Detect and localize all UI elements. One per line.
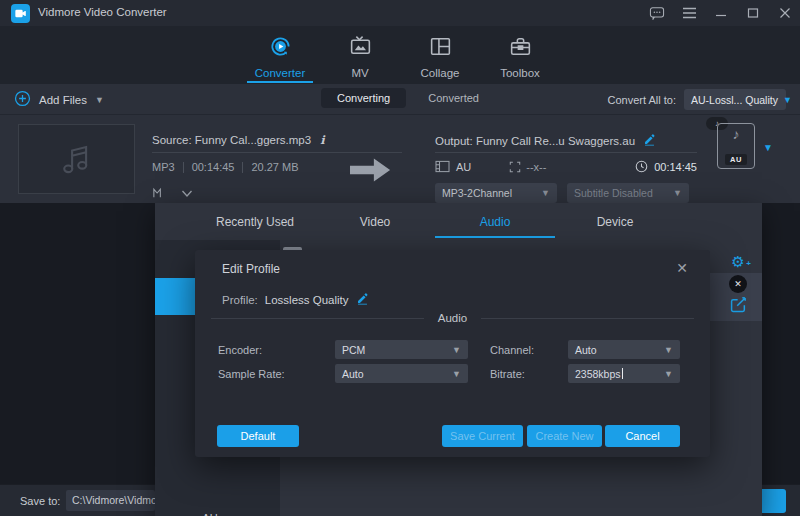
text-cursor bbox=[622, 368, 623, 379]
profile-select-caret-icon[interactable]: ▼ bbox=[763, 142, 773, 153]
source-format: MP3 bbox=[152, 161, 175, 173]
sample-rate-dropdown[interactable]: Auto ▼ bbox=[335, 364, 468, 383]
tab-audio[interactable]: Audio bbox=[435, 203, 555, 240]
encoder-label: Encoder: bbox=[218, 344, 262, 356]
tab-device[interactable]: Device bbox=[555, 203, 675, 240]
chevron-down-icon: ▼ bbox=[664, 369, 673, 379]
encoder-dropdown[interactable]: PCM ▼ bbox=[335, 340, 468, 359]
clock-icon bbox=[635, 160, 648, 173]
source-size: 20.27 MB bbox=[251, 161, 298, 173]
rename-profile-icon[interactable] bbox=[356, 292, 369, 307]
transfer-arrow-icon bbox=[350, 155, 392, 189]
app-logo-icon bbox=[11, 4, 30, 23]
main-nav: Converter MV Collage Toolbox bbox=[0, 26, 800, 84]
save-path-input[interactable]: C:\Vidmore\Vidmore bbox=[66, 490, 155, 511]
output-format-icon[interactable]: ♪ AU bbox=[717, 123, 755, 169]
chevron-down-icon: ▼ bbox=[664, 345, 673, 355]
converter-icon bbox=[268, 34, 293, 63]
channel-label: Channel: bbox=[490, 344, 534, 356]
profile-value: Lossless Quality bbox=[265, 294, 349, 306]
nav-tab-label: Converter bbox=[255, 67, 306, 79]
source-duration: 00:14:45 bbox=[192, 161, 235, 173]
music-note-icon: ♪ bbox=[733, 128, 740, 140]
audio-thumbnail bbox=[18, 124, 135, 194]
gear-plus-icon[interactable]: ⚙+ bbox=[727, 253, 749, 273]
maximize-button[interactable] bbox=[744, 4, 762, 22]
subtitle-value: Subtitle Disabled bbox=[574, 187, 653, 199]
close-badge-icon[interactable]: ✕ bbox=[729, 275, 747, 293]
audio-track-value: MP3-2Channel bbox=[442, 187, 512, 199]
create-new-button[interactable]: Create New bbox=[527, 425, 602, 447]
info-icon[interactable]: i bbox=[320, 133, 324, 147]
nav-tab-mv[interactable]: MV bbox=[320, 26, 400, 84]
collage-icon bbox=[428, 34, 453, 63]
tab-converting[interactable]: Converting bbox=[321, 88, 406, 108]
format-group-label: AU bbox=[155, 512, 265, 516]
save-to-label: Save to: bbox=[20, 495, 60, 507]
rename-output-icon[interactable] bbox=[643, 133, 656, 148]
format-badge: AU bbox=[725, 154, 747, 165]
output-duration: 00:14:45 bbox=[654, 161, 697, 173]
app-title: Vidmore Video Converter bbox=[38, 6, 167, 18]
nav-tab-toolbox[interactable]: Toolbox bbox=[480, 26, 560, 84]
convert-all-dropdown[interactable]: AU-Lossl... Quality ▼ bbox=[684, 89, 786, 110]
cancel-button[interactable]: Cancel bbox=[605, 425, 680, 447]
audio-track-dropdown[interactable]: MP3-2Channel ▼ bbox=[435, 183, 557, 203]
output-title: Output: Funny Call Re...u Swaggers.au bbox=[435, 135, 635, 147]
chevron-down-icon: ▼ bbox=[673, 188, 682, 198]
channel-dropdown[interactable]: Auto ▼ bbox=[568, 340, 680, 359]
expand-row-icon[interactable] bbox=[181, 185, 193, 203]
tab-recently-used[interactable]: Recently Used bbox=[195, 203, 315, 240]
minimize-button[interactable] bbox=[712, 4, 730, 22]
chevron-down-icon: ▼ bbox=[783, 95, 792, 105]
format-icon bbox=[435, 160, 450, 173]
bitrate-value: 2358kbps bbox=[575, 368, 621, 380]
profile-label: Profile: bbox=[222, 294, 258, 306]
mv-icon bbox=[348, 34, 373, 63]
nav-tab-label: MV bbox=[351, 67, 368, 79]
file-row: Source: Funny Cal...ggers.mp3 i MP300:14… bbox=[0, 115, 800, 203]
sample-rate-value: Auto bbox=[342, 368, 364, 380]
toolbox-icon bbox=[508, 34, 533, 63]
music-note-icon bbox=[56, 138, 98, 180]
bitrate-combobox[interactable]: 2358kbps ▼ bbox=[568, 364, 680, 383]
convert-all-label: Convert All to: bbox=[608, 94, 676, 106]
titlebar: Vidmore Video Converter bbox=[0, 0, 800, 26]
convert-all-value: AU-Lossl... Quality bbox=[691, 94, 778, 106]
edit-profile-dialog: Edit Profile ✕ Profile: Lossless Quality… bbox=[195, 250, 710, 457]
channel-value: Auto bbox=[575, 344, 597, 356]
dialog-title: Edit Profile bbox=[222, 262, 280, 276]
chevron-down-icon: ▼ bbox=[452, 369, 461, 379]
nav-tab-label: Collage bbox=[421, 67, 460, 79]
chevron-down-icon: ▼ bbox=[452, 345, 461, 355]
nav-tab-label: Toolbox bbox=[500, 67, 540, 79]
toolbar: Add Files ▼ Converting Converted Convert… bbox=[0, 84, 800, 115]
output-resolution: --x-- bbox=[526, 161, 546, 173]
nav-tab-converter[interactable]: Converter bbox=[240, 26, 320, 84]
save-current-button[interactable]: Save Current bbox=[442, 425, 523, 447]
trim-icon[interactable] bbox=[152, 185, 165, 203]
menu-icon[interactable] bbox=[680, 4, 698, 22]
subtitle-dropdown[interactable]: Subtitle Disabled ▼ bbox=[567, 183, 689, 203]
chevron-down-icon: ▼ bbox=[541, 188, 550, 198]
source-meta: MP300:14:4520.27 MB bbox=[152, 161, 299, 173]
feedback-icon[interactable] bbox=[648, 4, 666, 22]
default-button[interactable]: Default bbox=[217, 425, 299, 447]
app-window: Vidmore Video Converter bbox=[0, 0, 800, 516]
tab-video[interactable]: Video bbox=[315, 203, 435, 240]
output-format: AU bbox=[456, 161, 471, 173]
nav-tab-collage[interactable]: Collage bbox=[400, 26, 480, 84]
section-title: Audio bbox=[211, 312, 694, 324]
dialog-close-icon[interactable]: ✕ bbox=[672, 258, 692, 278]
sample-rate-label: Sample Rate: bbox=[218, 368, 285, 380]
bitrate-label: Bitrate: bbox=[490, 368, 525, 380]
resolution-icon bbox=[509, 161, 521, 173]
tab-converted[interactable]: Converted bbox=[428, 92, 479, 104]
close-button[interactable] bbox=[776, 4, 794, 22]
edit-profile-icon[interactable] bbox=[730, 296, 747, 317]
encoder-value: PCM bbox=[342, 344, 365, 356]
source-title: Source: Funny Cal...ggers.mp3 bbox=[152, 134, 311, 146]
